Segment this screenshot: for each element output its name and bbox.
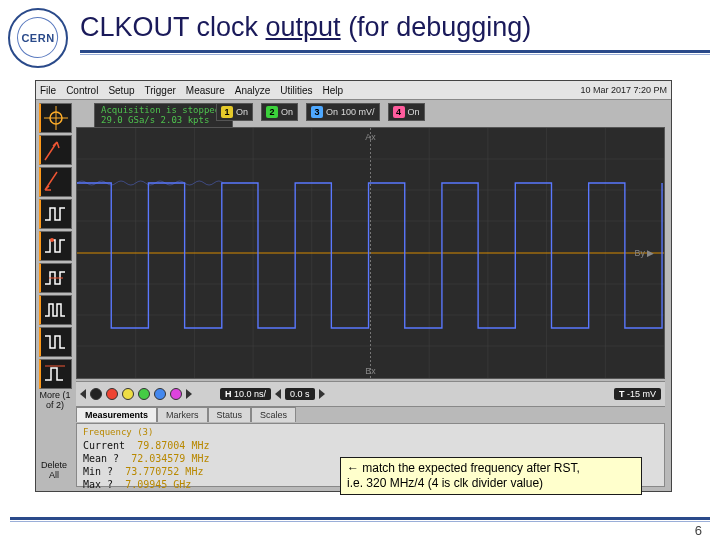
channel-2-num: 2	[266, 106, 278, 118]
channel-3-scale: 100 mV/	[341, 107, 375, 117]
timebase-pos[interactable]: 0.0 s	[285, 388, 315, 400]
dot-yellow[interactable]	[122, 388, 134, 400]
oscilloscope-window: File Control Setup Trigger Measure Analy…	[35, 80, 672, 492]
zoom-xy-icon[interactable]	[39, 135, 72, 165]
scroll-left-icon[interactable]	[80, 389, 86, 399]
svg-text:Ax: Ax	[365, 132, 376, 142]
menu-utilities[interactable]: Utilities	[280, 85, 312, 96]
title-suffix: (for debugging)	[341, 12, 532, 42]
tab-scales[interactable]: Scales	[251, 407, 296, 422]
title-underlined: output	[266, 12, 341, 42]
annotation-arrow-icon: ←	[347, 461, 359, 475]
svg-text:By ▶: By ▶	[635, 248, 655, 258]
scope-toolbar: More (1 of 2)	[39, 103, 71, 411]
channel-2-badge[interactable]: 2 On	[261, 103, 298, 121]
measure-tabs: Measurements Markers Status Scales	[76, 407, 296, 422]
meas-row-current: Current 79.87004 MHz	[83, 439, 658, 452]
channel-badge-row: 1 On 2 On 3 On 100 mV/ 4 On	[216, 103, 425, 121]
zoom-down-icon[interactable]	[39, 167, 72, 197]
page-number: 6	[695, 523, 702, 538]
cern-logo: CERN	[8, 8, 68, 68]
cursor-icon[interactable]	[39, 103, 72, 133]
scope-controls-bar: H 10.0 ns/ 0.0 s T -15 mV	[76, 381, 665, 407]
tab-measurements[interactable]: Measurements	[76, 407, 157, 422]
annotation-line2: i.e. 320 MHz/4 (4 is clk divider value)	[347, 476, 543, 490]
tab-markers[interactable]: Markers	[157, 407, 208, 422]
tab-status[interactable]: Status	[208, 407, 252, 422]
timebase-H[interactable]: H 10.0 ns/	[220, 388, 271, 400]
dot-red[interactable]	[106, 388, 118, 400]
square-wave-icon[interactable]	[39, 199, 72, 229]
meas-header: Frequency (3)	[83, 427, 658, 439]
square-wave-4-icon[interactable]	[39, 295, 72, 325]
menu-help[interactable]: Help	[323, 85, 344, 96]
menu-setup[interactable]: Setup	[108, 85, 134, 96]
title-prefix: CLKOUT clock	[80, 12, 266, 42]
channel-4-badge[interactable]: 4 On	[388, 103, 425, 121]
square-wave-3-icon[interactable]	[39, 263, 72, 293]
menu-control[interactable]: Control	[66, 85, 98, 96]
footer-rule	[10, 517, 710, 520]
svg-text:Bx: Bx	[365, 366, 376, 376]
svg-point-3	[50, 238, 54, 242]
menu-analyze[interactable]: Analyze	[235, 85, 271, 96]
delete-all-button[interactable]: Delete All	[39, 461, 69, 481]
annotation-box: ← match the expected frequency after RST…	[340, 457, 642, 495]
waveform-display[interactable]: Ax By ▶ Bx	[76, 127, 665, 379]
channel-3-num: 3	[311, 106, 323, 118]
trigger-T[interactable]: T -15 mV	[614, 388, 661, 400]
title-rule	[80, 50, 710, 53]
menu-file[interactable]: File	[40, 85, 56, 96]
channel-2-state: On	[281, 107, 293, 117]
annotation-line1: match the expected frequency after RST,	[359, 461, 580, 475]
dot-green[interactable]	[138, 388, 150, 400]
square-wave-2-icon[interactable]	[39, 231, 72, 261]
channel-3-state: On	[326, 107, 338, 117]
channel-1-num: 1	[221, 106, 233, 118]
square-wave-6-icon[interactable]	[39, 359, 72, 389]
channel-1-badge[interactable]: 1 On	[216, 103, 253, 121]
channel-4-num: 4	[393, 106, 405, 118]
timebase-right-icon[interactable]	[319, 389, 325, 399]
square-wave-5-icon[interactable]	[39, 327, 72, 357]
timebase-left-icon[interactable]	[275, 389, 281, 399]
ch3-trace	[77, 183, 662, 328]
channel-4-state: On	[408, 107, 420, 117]
scope-timestamp: 10 Mar 2017 7:20 PM	[580, 85, 667, 95]
scope-menubar: File Control Setup Trigger Measure Analy…	[36, 81, 671, 100]
menu-measure[interactable]: Measure	[186, 85, 225, 96]
slide-title: CLKOUT clock output (for debugging)	[80, 12, 531, 43]
toolbar-more[interactable]: More (1 of 2)	[39, 391, 71, 411]
acquisition-status: Acquisition is stopped. 29.0 GSa/s 2.03 …	[94, 103, 233, 129]
waveform-svg: Ax By ▶ Bx	[77, 128, 664, 378]
dot-magenta[interactable]	[170, 388, 182, 400]
acq-line2: 29.0 GSa/s 2.03 kpts	[101, 116, 226, 126]
dot-black[interactable]	[90, 388, 102, 400]
dot-blue[interactable]	[154, 388, 166, 400]
channel-1-state: On	[236, 107, 248, 117]
scroll-right-icon[interactable]	[186, 389, 192, 399]
channel-3-badge[interactable]: 3 On 100 mV/	[306, 103, 380, 121]
menu-trigger[interactable]: Trigger	[145, 85, 176, 96]
